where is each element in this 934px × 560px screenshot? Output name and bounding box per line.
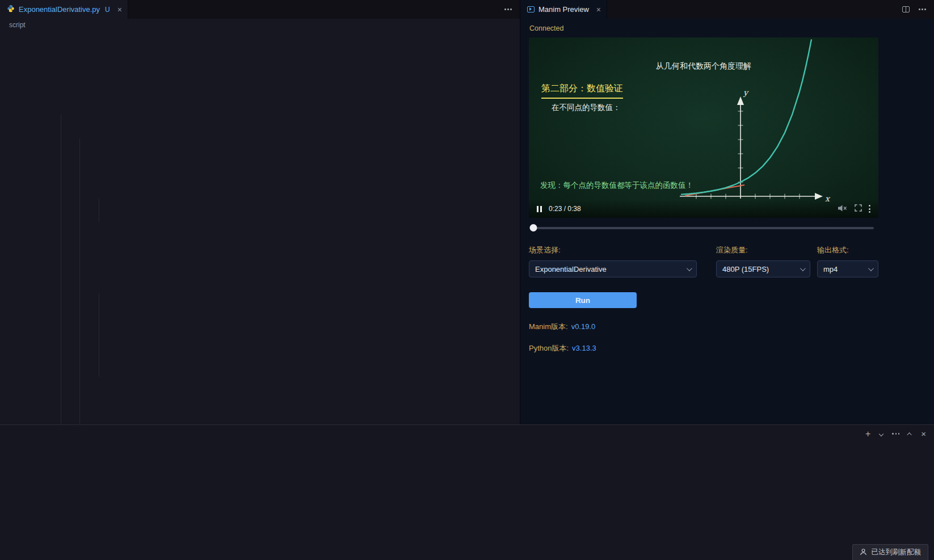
indent-guide	[99, 293, 99, 377]
python-icon	[7, 5, 15, 14]
format-select[interactable]: mp4	[817, 260, 878, 277]
manim-version-label: Manim版本:	[529, 322, 568, 331]
video-frame: 从几何和代数两个角度理解 第二部分：数值验证 在不同点的导数值： 发现：每个点的…	[529, 37, 878, 218]
pause-icon[interactable]	[537, 206, 542, 212]
maximize-panel-icon[interactable]	[907, 432, 912, 437]
more-actions-icon[interactable]	[919, 9, 926, 10]
terminal-output[interactable]	[0, 443, 774, 560]
preview-pane: Manim Preview × Connected 从几何和代数两个角度理解 第…	[520, 0, 934, 424]
manim-version-line: Manim版本:v0.19.0	[529, 322, 934, 332]
indent-guide	[79, 138, 80, 424]
python-version-label: Python版本:	[529, 344, 569, 352]
connection-status: Connected	[529, 19, 934, 37]
panel-actions: + ×	[865, 429, 926, 439]
split-editor-icon[interactable]	[902, 6, 910, 12]
render-form: 场景选择: ExponentialDerivative 渲染质量: 480P (…	[529, 245, 878, 277]
workbench: ExponentialDerivative.py U × script Mani…	[0, 0, 934, 424]
video-controls: 0:23 / 0:38	[529, 200, 878, 218]
python-version-line: Python版本:v3.13.3	[529, 343, 934, 353]
editor-tabbar: ExponentialDerivative.py U ×	[0, 0, 520, 19]
close-icon[interactable]: ×	[596, 5, 601, 14]
y-axis-label: y	[743, 88, 749, 98]
indent-guide	[99, 198, 99, 222]
scene-select-value: ExponentialDerivative	[535, 265, 607, 273]
terminal-list	[774, 443, 934, 560]
seek-bar[interactable]	[533, 224, 874, 231]
video-player[interactable]: 从几何和代数两个角度理解 第二部分：数值验证 在不同点的导数值： 发现：每个点的…	[529, 37, 878, 218]
format-select-value: mp4	[823, 265, 838, 273]
chevron-down-icon[interactable]	[879, 431, 883, 436]
format-select-label: 输出格式:	[817, 245, 878, 255]
more-actions-icon[interactable]	[892, 433, 899, 435]
close-icon[interactable]: ×	[117, 5, 122, 14]
run-button[interactable]: Run	[529, 292, 637, 308]
video-time: 0:23 / 0:38	[549, 205, 581, 213]
editor-tab-label: ExponentialDerivative.py	[19, 5, 100, 14]
terminal-panel: + ×	[0, 424, 934, 560]
notification-toast[interactable]: 已达到刷新配额	[852, 544, 929, 560]
x-axis-arrow	[815, 193, 823, 200]
video-section-title: 第二部分：数值验证	[541, 83, 623, 99]
scene-select-label: 场景选择:	[529, 245, 697, 255]
panel-header: + ×	[0, 425, 934, 443]
manim-version-value: v0.19.0	[571, 322, 596, 331]
account-icon	[860, 548, 867, 557]
preview-icon	[527, 6, 535, 12]
notification-text: 已达到刷新配额	[872, 548, 922, 557]
scene-select[interactable]: ExponentialDerivative	[529, 260, 697, 277]
breadcrumb: script	[0, 19, 520, 31]
video-subheading: 在不同点的导数值：	[552, 103, 621, 113]
fullscreen-icon[interactable]	[855, 204, 862, 214]
code-editor[interactable]	[0, 31, 520, 424]
chevron-down-icon	[687, 266, 692, 271]
exponential-plot: y x	[671, 37, 869, 208]
quality-select-label: 渲染质量:	[716, 245, 810, 255]
preview-body: Connected 从几何和代数两个角度理解 第二部分：数值验证 在不同点的导数…	[520, 19, 934, 424]
more-actions-icon[interactable]	[504, 9, 512, 10]
editor-pane: ExponentialDerivative.py U × script	[0, 0, 520, 424]
quality-select[interactable]: 480P (15FPS)	[716, 260, 810, 277]
new-terminal-icon[interactable]: +	[865, 430, 870, 439]
chevron-down-icon	[800, 266, 806, 271]
seek-thumb[interactable]	[530, 224, 537, 231]
python-version-value: v3.13.3	[572, 344, 596, 352]
editor-tab[interactable]: ExponentialDerivative.py U ×	[0, 0, 128, 19]
quality-select-value: 480P (15FPS)	[722, 265, 769, 273]
breadcrumb-item[interactable]: script	[9, 21, 26, 29]
chevron-down-icon	[868, 266, 874, 271]
seek-track	[533, 227, 874, 229]
preview-tab-label: Manim Preview	[538, 5, 589, 14]
volume-muted-icon[interactable]	[838, 204, 848, 214]
close-panel-icon[interactable]: ×	[921, 429, 926, 439]
preview-tabbar: Manim Preview ×	[520, 0, 934, 19]
kebab-icon[interactable]	[869, 205, 870, 213]
exponential-curve	[681, 40, 811, 194]
preview-tab[interactable]: Manim Preview ×	[520, 0, 607, 19]
indent-guide	[61, 115, 61, 424]
git-status-badge: U	[105, 6, 110, 14]
y-axis-arrow	[737, 96, 744, 105]
